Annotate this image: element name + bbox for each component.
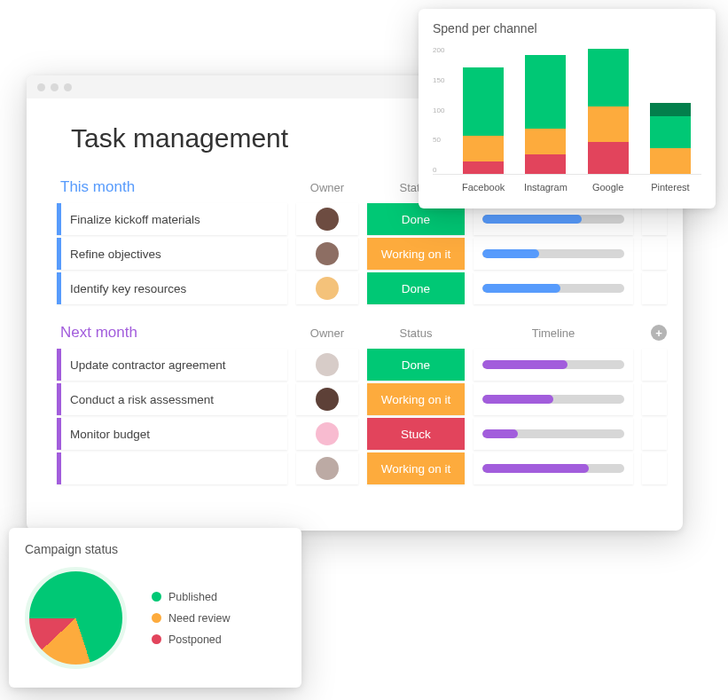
- bar-chart-x-axis: FacebookInstagramGooglePinterest: [433, 182, 701, 193]
- task-name: Finalize kickoff materials: [61, 213, 200, 226]
- status-label: Working on it: [381, 393, 451, 406]
- task-name-cell[interactable]: [57, 452, 287, 484]
- status-cell[interactable]: Done: [367, 349, 465, 381]
- avatar[interactable]: [316, 277, 339, 300]
- row-end-cell[interactable]: [642, 272, 667, 304]
- task-name: Identify key resources: [61, 282, 186, 295]
- bar[interactable]: [463, 67, 504, 174]
- owner-cell[interactable]: [296, 418, 358, 450]
- timeline-fill: [482, 395, 553, 404]
- traffic-light-minimize-icon[interactable]: [51, 83, 59, 91]
- column-header-owner: Owner: [296, 326, 358, 340]
- section-title[interactable]: Next month: [57, 324, 287, 342]
- bar-segment: [525, 129, 566, 154]
- task-row[interactable]: Refine objectivesWorking on it: [57, 238, 653, 270]
- owner-cell[interactable]: [296, 203, 358, 235]
- row-end-cell[interactable]: [642, 418, 667, 450]
- x-tick: Facebook: [457, 182, 510, 193]
- legend-item: Need review: [152, 612, 230, 625]
- status-cell[interactable]: Working on it: [367, 452, 465, 484]
- task-name-cell[interactable]: Finalize kickoff materials: [57, 203, 287, 235]
- bar-segment: [463, 161, 504, 175]
- bar-segment: [588, 142, 629, 174]
- row-end-cell[interactable]: [642, 349, 667, 381]
- section: Next monthOwnerStatusTimeline+Update con…: [57, 324, 653, 484]
- y-tick: 50: [433, 136, 444, 144]
- owner-cell[interactable]: [296, 349, 358, 381]
- legend-swatch-icon: [152, 613, 161, 623]
- status-label: Working on it: [381, 248, 451, 261]
- bar[interactable]: [525, 55, 566, 174]
- task-row[interactable]: Update contractor agreementDone: [57, 349, 653, 381]
- legend-label: Need review: [168, 612, 230, 625]
- x-tick: Instagram: [519, 182, 572, 193]
- task-name-cell[interactable]: Update contractor agreement: [57, 349, 287, 381]
- timeline-cell[interactable]: [474, 349, 633, 381]
- status-cell[interactable]: Done: [367, 272, 465, 304]
- traffic-light-zoom-icon[interactable]: [64, 83, 72, 91]
- add-column-icon[interactable]: +: [651, 325, 667, 341]
- legend-label: Published: [168, 591, 217, 603]
- column-header-owner: Owner: [296, 181, 358, 194]
- task-name-cell[interactable]: Refine objectives: [57, 238, 287, 270]
- avatar[interactable]: [316, 242, 339, 265]
- timeline-fill: [482, 284, 560, 293]
- avatar[interactable]: [316, 353, 339, 376]
- task-row[interactable]: Monitor budgetStuck: [57, 418, 653, 450]
- avatar[interactable]: [316, 457, 339, 480]
- section-title[interactable]: This month: [57, 178, 287, 196]
- timeline-cell[interactable]: [474, 272, 633, 304]
- bar[interactable]: [588, 49, 629, 174]
- task-name: Refine objectives: [61, 248, 161, 261]
- row-end-cell[interactable]: [642, 238, 667, 270]
- x-tick: Pinterest: [644, 182, 697, 193]
- task-name-cell[interactable]: Monitor budget: [57, 418, 287, 450]
- bar-segment: [463, 67, 504, 135]
- bar-segment: [588, 106, 629, 142]
- y-tick: 200: [433, 46, 444, 54]
- bar-segment: [525, 55, 566, 129]
- status-cell[interactable]: Stuck: [367, 418, 465, 450]
- timeline-cell[interactable]: [474, 418, 633, 450]
- legend-swatch-icon: [152, 592, 161, 602]
- task-name-cell[interactable]: Conduct a risk assessment: [57, 383, 287, 415]
- task-row[interactable]: Working on it: [57, 452, 653, 484]
- bar-segment: [650, 116, 691, 148]
- x-tick: Google: [582, 182, 635, 193]
- timeline-fill: [482, 249, 539, 258]
- task-row[interactable]: Identify key resourcesDone: [57, 272, 653, 304]
- timeline-fill: [482, 215, 582, 224]
- task-row[interactable]: Conduct a risk assessmentWorking on it: [57, 383, 653, 415]
- status-label: Done: [402, 282, 430, 295]
- owner-cell[interactable]: [296, 238, 358, 270]
- owner-cell[interactable]: [296, 452, 358, 484]
- timeline-fill: [482, 429, 518, 438]
- traffic-light-close-icon[interactable]: [37, 83, 45, 91]
- avatar[interactable]: [316, 388, 339, 411]
- status-cell[interactable]: Working on it: [367, 238, 465, 270]
- timeline-cell[interactable]: [474, 238, 633, 270]
- legend-label: Postponed: [168, 633, 222, 646]
- avatar[interactable]: [316, 422, 339, 445]
- status-label: Working on it: [381, 462, 451, 476]
- timeline-track: [482, 360, 624, 369]
- timeline-cell[interactable]: [474, 383, 633, 415]
- bar-chart: 200150100500: [433, 46, 701, 175]
- bar[interactable]: [650, 103, 691, 174]
- campaign-status-card: Campaign status PublishedNeed reviewPost…: [9, 528, 301, 688]
- y-tick: 150: [433, 76, 444, 84]
- timeline-track: [482, 284, 624, 293]
- pie-chart: [25, 567, 127, 669]
- timeline-cell[interactable]: [474, 452, 633, 484]
- status-cell[interactable]: Working on it: [367, 383, 465, 415]
- row-end-cell[interactable]: [642, 452, 667, 484]
- task-name: Monitor budget: [61, 428, 150, 441]
- bar-segment: [463, 136, 504, 161]
- row-end-cell[interactable]: [642, 383, 667, 415]
- timeline-track: [482, 429, 624, 438]
- avatar[interactable]: [316, 208, 339, 231]
- owner-cell[interactable]: [296, 383, 358, 415]
- owner-cell[interactable]: [296, 272, 358, 304]
- task-name-cell[interactable]: Identify key resources: [57, 272, 287, 304]
- pie-legend: PublishedNeed reviewPostponed: [152, 591, 230, 646]
